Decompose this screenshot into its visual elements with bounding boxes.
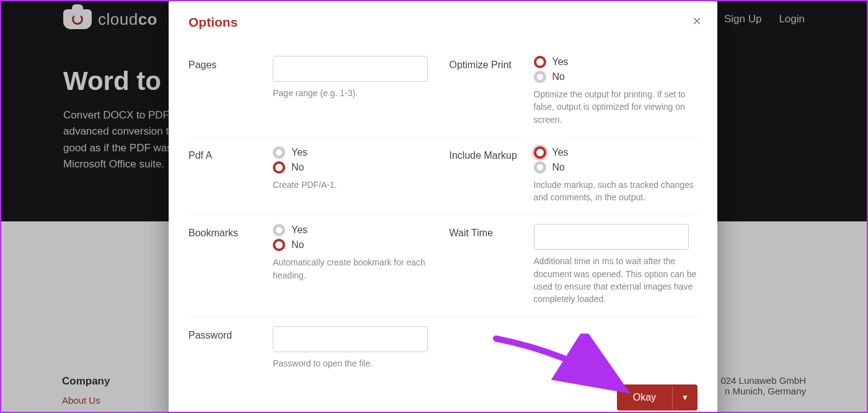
include-markup-label: Include Markup [450, 146, 523, 161]
option-include-markup: Include Markup Yes No Include markup, su… [450, 146, 698, 204]
password-help: Password to open the file. [273, 357, 437, 370]
optimize-print-no[interactable]: No [534, 71, 698, 83]
pdfa-help: Create PDF/A-1. [273, 179, 437, 191]
chevron-down-icon[interactable]: ▼ [672, 386, 698, 409]
radio-on-icon [534, 146, 546, 159]
option-optimize-print: Optimize Print Yes No Optimize the outpu… [450, 56, 698, 126]
yes-label: Yes [291, 224, 308, 236]
pdfa-yes[interactable]: Yes [273, 146, 437, 159]
bookmarks-no[interactable]: No [273, 239, 437, 251]
optimize-print-label: Optimize Print [450, 56, 523, 71]
pdfa-no[interactable]: No [273, 161, 437, 174]
radio-off-icon [534, 161, 546, 174]
include-markup-no[interactable]: No [534, 161, 698, 174]
bookmarks-label: Bookmarks [188, 224, 262, 239]
option-bookmarks: Bookmarks Yes No Automatically create bo… [188, 224, 437, 305]
option-row-2: Pdf A Yes No Create PDF/A-1. Include Mar… [188, 138, 698, 216]
option-row-1: Pages Page range (e.g. 1-3). Optimize Pr… [188, 47, 698, 138]
password-label: Password [188, 326, 262, 341]
radio-on-icon [273, 239, 285, 251]
wait-time-help: Additional time in ms to wait after the … [534, 255, 698, 305]
options-table: Pages Page range (e.g. 1-3). Optimize Pr… [188, 47, 698, 381]
optimize-print-yes[interactable]: Yes [534, 56, 698, 68]
password-input[interactable] [273, 326, 428, 352]
option-password: Password Password to open the file. [188, 326, 437, 370]
modal-title: Options [188, 15, 698, 30]
bookmarks-yes[interactable]: Yes [273, 224, 437, 236]
option-pages: Pages Page range (e.g. 1-3). [188, 56, 437, 126]
yes-label: Yes [291, 147, 308, 158]
no-label: No [291, 162, 304, 173]
okay-label: Okay [617, 384, 672, 411]
no-label: No [552, 71, 565, 82]
no-label: No [291, 239, 304, 251]
radio-on-icon [273, 161, 285, 174]
radio-off-icon [273, 224, 285, 236]
yes-label: Yes [552, 147, 569, 158]
no-label: No [552, 162, 565, 173]
close-icon[interactable]: × [693, 12, 701, 30]
wait-time-input[interactable] [534, 224, 689, 250]
yes-label: Yes [552, 56, 569, 68]
pages-input[interactable] [273, 56, 428, 82]
pages-help: Page range (e.g. 1-3). [273, 87, 437, 99]
option-wait-time: Wait Time Additional time in ms to wait … [450, 224, 698, 305]
option-row-4: Password Password to open the file. [188, 318, 698, 381]
pdfa-label: Pdf A [188, 146, 262, 161]
option-row-3: Bookmarks Yes No Automatically create bo… [188, 215, 698, 317]
radio-off-icon [534, 71, 546, 83]
modal-footer: Okay ▼ [188, 384, 698, 411]
wait-time-label: Wait Time [450, 224, 523, 239]
options-modal: Options × Pages Page range (e.g. 1-3). O… [169, 1, 717, 413]
option-pdfa: Pdf A Yes No Create PDF/A-1. [188, 146, 437, 204]
option-empty [450, 326, 698, 370]
include-markup-yes[interactable]: Yes [534, 146, 698, 159]
okay-button[interactable]: Okay ▼ [617, 384, 698, 411]
optimize-print-help: Optimize the output for printing. If set… [534, 88, 698, 126]
radio-on-icon [534, 56, 546, 68]
pages-label: Pages [188, 56, 262, 71]
include-markup-help: Include markup, such as tracked changes … [534, 179, 698, 204]
bookmarks-help: Automatically create bookmark for each h… [273, 256, 437, 282]
radio-off-icon [273, 146, 285, 159]
